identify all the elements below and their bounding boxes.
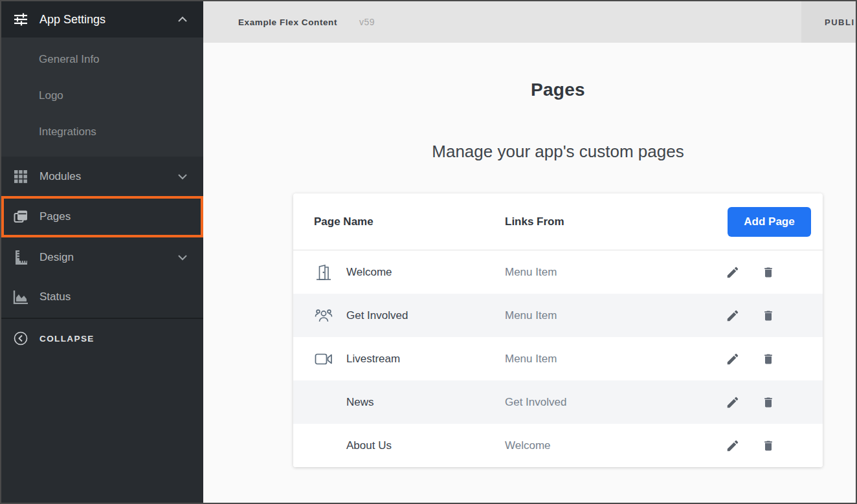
sidebar-item-label: Pages <box>39 210 188 223</box>
collapse-label: COLLAPSE <box>39 334 95 344</box>
app-name: Example Flex Content <box>238 17 337 27</box>
app-window: App Settings General Info Logo Integrati… <box>0 0 857 504</box>
chevron-down-icon <box>175 250 190 265</box>
circle-chevron-left-icon <box>13 331 28 346</box>
delete-page-button[interactable] <box>761 309 775 323</box>
links-from-value: Menu Item <box>505 266 726 279</box>
pages-icon <box>13 209 28 225</box>
delete-page-button[interactable] <box>761 439 775 453</box>
collapse-sidebar-button[interactable]: COLLAPSE <box>1 319 203 358</box>
sliders-icon <box>13 12 28 27</box>
links-from-value: Get Involved <box>505 396 726 409</box>
delete-page-button[interactable] <box>761 395 775 410</box>
links-from-value: Welcome <box>505 439 726 452</box>
video-camera-icon <box>314 349 333 369</box>
app-settings-submenu: General Info Logo Integrations <box>1 38 203 157</box>
topbar: Example Flex Content v59 PUBLI <box>203 1 856 43</box>
sidebar-main-nav: Modules Pages <box>1 157 203 503</box>
page-name: About Us <box>346 439 392 452</box>
publish-button[interactable]: PUBLI <box>801 1 856 43</box>
door-open-icon <box>314 263 333 282</box>
table-row: Livestream Menu Item <box>293 337 823 380</box>
sidebar-item-label: General Info <box>39 53 100 66</box>
column-header-links-from: Links From <box>505 215 728 228</box>
area-chart-icon <box>13 289 28 305</box>
edit-page-button[interactable] <box>726 439 740 453</box>
add-page-button[interactable]: Add Page <box>728 207 811 237</box>
edit-page-button[interactable] <box>726 265 740 279</box>
table-row: News Get Involved <box>293 380 823 424</box>
column-header-page-name: Page Name <box>314 215 505 228</box>
edit-page-button[interactable] <box>726 309 740 323</box>
sidebar-item-modules[interactable]: Modules <box>1 157 203 196</box>
page-name: Livestream <box>346 353 400 366</box>
links-from-value: Menu Item <box>505 353 726 366</box>
edit-page-button[interactable] <box>726 352 740 366</box>
people-icon <box>314 306 333 325</box>
app-version-badge: v59 <box>359 17 375 27</box>
page-name: Get Involved <box>346 309 408 322</box>
sidebar-item-label: Modules <box>39 170 175 183</box>
pages-table-card: Page Name Links From Add Page <box>293 193 823 467</box>
sidebar-item-app-settings[interactable]: App Settings <box>1 1 203 38</box>
links-from-value: Menu Item <box>505 309 726 322</box>
sidebar-item-design[interactable]: Design <box>1 237 203 277</box>
chevron-up-icon <box>175 12 190 27</box>
delete-page-button[interactable] <box>761 352 775 366</box>
sidebar-item-integrations[interactable]: Integrations <box>1 114 203 150</box>
sidebar-item-label: Status <box>39 290 190 303</box>
table-row: About Us Welcome <box>293 424 823 467</box>
sidebar-item-label: Integrations <box>39 126 96 138</box>
table-row: Welcome Menu Item <box>293 250 823 294</box>
table-row: Get Involved Menu Item <box>293 294 823 337</box>
table-header-row: Page Name Links From Add Page <box>293 193 823 250</box>
grid-icon <box>13 169 28 184</box>
sidebar-item-label: Design <box>39 251 175 264</box>
ruler-icon <box>13 250 28 265</box>
page-name: News <box>346 396 374 409</box>
sidebar-item-label: Logo <box>39 89 63 102</box>
page-subtitle: Manage your app's custom pages <box>293 142 823 162</box>
delete-page-button[interactable] <box>761 265 775 279</box>
sidebar-item-label: App Settings <box>39 13 175 27</box>
sidebar-item-status[interactable]: Status <box>1 277 203 316</box>
edit-page-button[interactable] <box>726 395 740 410</box>
page-title: Pages <box>293 80 823 100</box>
chevron-down-icon <box>175 169 190 184</box>
sidebar-item-pages[interactable]: Pages <box>1 196 203 237</box>
sidebar-item-logo[interactable]: Logo <box>1 78 203 114</box>
page-name: Welcome <box>346 266 392 279</box>
sidebar: App Settings General Info Logo Integrati… <box>1 1 203 503</box>
no-icon <box>314 393 333 412</box>
sidebar-item-general-info[interactable]: General Info <box>1 41 203 78</box>
no-icon <box>314 436 333 455</box>
main-content: Pages Manage your app's custom pages Pag… <box>203 43 856 503</box>
